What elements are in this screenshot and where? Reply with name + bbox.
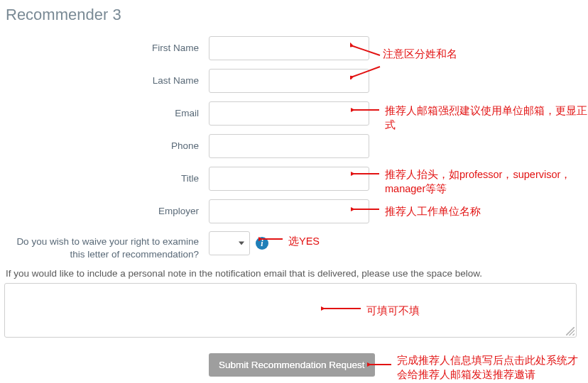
label-phone: Phone bbox=[4, 140, 209, 152]
row-email: Email bbox=[4, 101, 588, 126]
label-employer: Employer bbox=[4, 205, 209, 218]
title-input[interactable] bbox=[209, 167, 369, 191]
label-waive: Do you wish to waive your right to exami… bbox=[4, 231, 209, 261]
first-name-input[interactable] bbox=[209, 36, 369, 60]
info-icon[interactable]: i bbox=[256, 237, 268, 250]
phone-input[interactable] bbox=[209, 134, 369, 158]
waive-select[interactable] bbox=[209, 231, 250, 255]
label-email: Email bbox=[4, 107, 209, 120]
label-first-name: First Name bbox=[4, 42, 209, 55]
last-name-input[interactable] bbox=[209, 69, 369, 93]
submit-recommendation-button[interactable]: Submit Recommendation Request bbox=[209, 353, 375, 377]
label-last-name: Last Name bbox=[4, 74, 209, 87]
email-input[interactable] bbox=[209, 101, 369, 126]
employer-input[interactable] bbox=[209, 199, 369, 223]
row-waive: Do you wish to waive your right to exami… bbox=[4, 231, 588, 261]
row-last-name: Last Name bbox=[4, 68, 588, 94]
submit-row: Submit Recommendation Request bbox=[4, 353, 588, 377]
row-first-name: First Name bbox=[4, 35, 588, 61]
section-title: Recommender 3 bbox=[6, 6, 588, 24]
row-title: Title bbox=[4, 166, 588, 192]
row-employer: Employer bbox=[4, 199, 588, 224]
note-instruction: If you would like to include a personal … bbox=[6, 268, 588, 279]
note-wrap bbox=[4, 283, 577, 338]
row-phone: Phone bbox=[4, 133, 588, 159]
personal-note-input[interactable] bbox=[4, 283, 577, 338]
label-title: Title bbox=[4, 172, 209, 185]
